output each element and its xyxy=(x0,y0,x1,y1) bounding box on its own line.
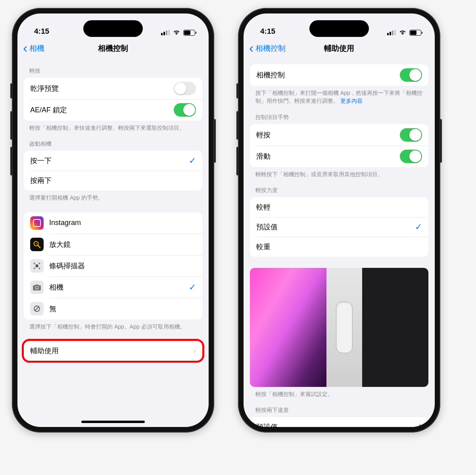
row-accessibility[interactable]: 輔助使用 › xyxy=(24,341,202,361)
back-button[interactable]: 相機控制 xyxy=(249,43,286,54)
row-label: AE/AF 鎖定 xyxy=(30,105,168,115)
row-label: 預設值 xyxy=(256,422,409,427)
preview-wallpaper xyxy=(250,268,326,387)
row-label: 按一下 xyxy=(30,156,183,165)
svg-point-5 xyxy=(36,287,38,288)
preview-image xyxy=(250,268,428,387)
section-footer-camera-control: 按下「相機控制」來打開一個相機 App，然後再按一下來將「相機控制」用作快門。輕… xyxy=(250,86,428,105)
row-label: 預設值 xyxy=(256,222,409,232)
row-camera-control[interactable]: 相機控制 xyxy=(250,64,428,86)
side-button xyxy=(10,83,12,98)
row-tap[interactable]: 輕按 xyxy=(250,124,428,146)
content: 輕按 乾淨預覽 AE/AF 鎖定 輕按「相機控制」來快速進行調整。輕按兩下來選取… xyxy=(17,59,209,427)
dynamic-island xyxy=(83,20,143,37)
side-button xyxy=(236,111,238,140)
row-app-none[interactable]: 無 xyxy=(24,298,202,319)
row-launch-single[interactable]: 按一下 ✓ xyxy=(24,151,202,171)
row-app-camera[interactable]: 相機 ✓ xyxy=(24,277,202,298)
wifi-icon xyxy=(399,29,407,36)
section-footer-preview: 輕按「相機控制」來嘗試設定。 xyxy=(250,387,428,398)
footer-text: 按下「相機控制」來打開一個相機 App，然後再按一下來將「相機控制」用作快門。輕… xyxy=(255,90,422,104)
nav-bar: 相機 相機控制 xyxy=(17,38,209,59)
side-button xyxy=(214,119,216,163)
side-button xyxy=(10,147,12,175)
chevron-left-icon xyxy=(23,44,29,53)
toggle-aeaf-lock[interactable] xyxy=(174,103,196,117)
row-label: 乾淨預覽 xyxy=(30,84,168,93)
battery-icon xyxy=(183,30,195,36)
section-header-gesture: 控制項目手勢 xyxy=(250,105,428,124)
phone-right: 4:15 相機控制 輔助使用 相機控制 xyxy=(238,8,440,433)
row-label: Instagram xyxy=(49,219,196,227)
back-label: 相機控制 xyxy=(255,43,286,54)
back-label: 相機 xyxy=(29,43,44,54)
status-time: 4:15 xyxy=(260,27,275,36)
page-title: 輔助使用 xyxy=(324,43,354,54)
side-button xyxy=(236,147,238,175)
dynamic-island xyxy=(309,20,369,37)
side-button xyxy=(440,119,442,163)
instagram-icon xyxy=(30,216,44,230)
row-label: 按兩下 xyxy=(30,176,196,185)
battery-icon xyxy=(409,30,421,36)
row-force-firm[interactable]: 較重 xyxy=(250,237,428,257)
svg-rect-3 xyxy=(36,264,38,267)
section-header-speed: 輕按兩下速度 xyxy=(250,398,428,417)
row-label: 滑動 xyxy=(256,152,394,161)
toggle-tap[interactable] xyxy=(400,128,422,142)
svg-line-7 xyxy=(35,307,39,311)
toggle-swipe[interactable] xyxy=(400,150,422,163)
checkmark-icon: ✓ xyxy=(189,156,196,166)
page-title: 相機控制 xyxy=(98,43,128,54)
row-force-light[interactable]: 較輕 xyxy=(250,197,428,217)
barcode-icon xyxy=(30,259,44,273)
row-label: 放大鏡 xyxy=(49,240,196,249)
svg-text:+: + xyxy=(35,242,37,246)
toggle-clean-preview[interactable] xyxy=(174,82,196,95)
row-label: 條碼掃描器 xyxy=(49,261,196,271)
checkmark-icon: ✓ xyxy=(415,222,422,232)
checkmark-icon: ✓ xyxy=(415,422,422,427)
section-header-force: 輕按力度 xyxy=(250,178,428,197)
preview-phone-side xyxy=(326,268,362,387)
camera-icon xyxy=(30,281,44,294)
checkmark-icon: ✓ xyxy=(189,282,196,292)
row-label: 相機 xyxy=(49,283,183,292)
section-header-tap: 輕按 xyxy=(24,59,202,78)
nav-bar: 相機控制 輔助使用 xyxy=(244,38,435,59)
magnifier-icon: + xyxy=(30,238,44,251)
row-app-barcode[interactable]: 條碼掃描器 xyxy=(24,255,202,277)
section-footer-gesture: 輕輕按下「相機控制」或長滑來取用其他控制項目。 xyxy=(250,167,428,178)
wifi-icon xyxy=(173,29,180,36)
row-app-instagram[interactable]: Instagram xyxy=(24,212,202,234)
svg-line-1 xyxy=(38,245,40,248)
cellular-icon xyxy=(161,30,170,35)
row-swipe[interactable]: 滑動 xyxy=(250,146,428,167)
back-button[interactable]: 相機 xyxy=(23,43,44,54)
side-button xyxy=(10,111,12,140)
row-label: 較重 xyxy=(256,242,422,252)
row-clean-preview[interactable]: 乾淨預覽 xyxy=(24,78,202,99)
row-label: 輕按 xyxy=(256,130,394,140)
row-force-default[interactable]: 預設值 ✓ xyxy=(250,217,428,237)
none-icon xyxy=(30,302,44,315)
row-label: 較輕 xyxy=(256,202,422,212)
row-label: 輔助使用 xyxy=(30,346,188,356)
home-indicator[interactable] xyxy=(81,421,145,423)
side-button xyxy=(236,83,238,98)
section-header-launch: 啟動相機 xyxy=(24,132,202,151)
learn-more-link[interactable]: 更多內容 xyxy=(340,98,363,104)
section-footer-tap: 輕按「相機控制」來快速進行調整。輕按兩下來選取控制項目。 xyxy=(24,121,202,132)
row-speed-default[interactable]: 預設值 ✓ xyxy=(250,417,428,427)
section-footer-launch: 選擇要打開相機 App 的手勢。 xyxy=(24,190,202,202)
phone-left: 4:15 相機 相機控制 輕按 乾淨預覽 xyxy=(12,8,214,433)
row-launch-double[interactable]: 按兩下 xyxy=(24,171,202,190)
chevron-right-icon: › xyxy=(193,346,196,355)
toggle-camera-control[interactable] xyxy=(400,68,422,82)
section-footer-apps: 選擇按下「相機控制」時會打開的 App。App 必須可取用相機。 xyxy=(24,319,202,331)
chevron-left-icon xyxy=(249,44,255,53)
row-aeaf-lock[interactable]: AE/AF 鎖定 xyxy=(24,99,202,121)
row-app-magnifier[interactable]: + 放大鏡 xyxy=(24,234,202,255)
preview-dark-panel xyxy=(362,268,428,387)
row-label: 無 xyxy=(49,304,196,313)
